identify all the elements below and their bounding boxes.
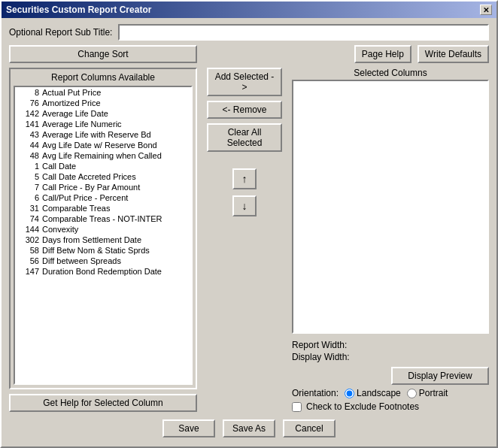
list-item[interactable]: 76Amortized Price <box>15 98 191 108</box>
help-btn-row: Get Help for Selected Column <box>9 394 197 412</box>
list-item[interactable]: 1Call Date <box>15 161 191 171</box>
right-panel: Page Help Write Defaults Selected Column… <box>292 45 489 412</box>
list-item[interactable]: 7Call Price - By Par Amount <box>15 182 191 192</box>
footnotes-row: Check to Exclude Footnotes <box>292 401 489 412</box>
move-up-button[interactable]: ↑ <box>232 168 257 189</box>
list-item[interactable]: 44Avg Life Date w/ Reserve Bond <box>15 140 191 150</box>
columns-available-group: Report Columns Available 8Actual Put Pri… <box>9 68 197 389</box>
move-down-button[interactable]: ↓ <box>232 195 257 216</box>
list-item[interactable]: 58Diff Betw Nom & Static Sprds <box>15 245 191 256</box>
subtitle-row: Optional Report Sub Title: <box>9 24 489 41</box>
columns-available-title: Report Columns Available <box>14 72 193 83</box>
main-area: Change Sort Report Columns Available 8Ac… <box>9 45 489 412</box>
columns-available-listbox[interactable]: 8Actual Put Price76Amortized Price142Ave… <box>14 86 193 385</box>
left-panel: Change Sort Report Columns Available 8Ac… <box>9 45 197 412</box>
report-width-row: Report Width: <box>292 340 489 350</box>
subtitle-label: Optional Report Sub Title: <box>9 27 112 38</box>
selected-columns-listbox[interactable] <box>292 80 489 334</box>
landscape-option[interactable]: Landscape <box>345 388 401 398</box>
list-item[interactable]: 31Comparable Treas <box>15 203 191 213</box>
cancel-button[interactable]: Cancel <box>283 419 336 437</box>
list-item[interactable]: 141Average Life Numeric <box>15 119 191 129</box>
display-width-row: Display Width: <box>292 352 489 362</box>
clear-all-selected-button[interactable]: Clear All Selected <box>207 123 282 152</box>
page-help-button[interactable]: Page Help <box>354 45 411 63</box>
content-area: Optional Report Sub Title: Change Sort R… <box>2 18 496 446</box>
get-help-button[interactable]: Get Help for Selected Column <box>9 394 197 412</box>
orientation-label: Orientation: <box>292 388 339 398</box>
close-button[interactable]: ✕ <box>480 5 492 15</box>
remove-button[interactable]: <- Remove <box>207 101 282 119</box>
list-item[interactable]: 48Avg Life Remaining when Called <box>15 150 191 161</box>
list-item[interactable]: 144Convexity <box>15 224 191 235</box>
exclude-footnotes-checkbox[interactable] <box>292 402 302 412</box>
landscape-label: Landscape <box>357 388 401 398</box>
orientation-row: Orientation: Landscape Portrait <box>292 388 489 398</box>
list-item[interactable]: 74Comparable Treas - NOT-INTER <box>15 213 191 224</box>
title-bar: Securities Custom Report Creator ✕ <box>2 2 496 18</box>
portrait-label: Portrait <box>419 388 448 398</box>
selected-columns-area: Selected Columns <box>292 68 489 334</box>
top-right-row: Page Help Write Defaults <box>292 45 489 63</box>
display-width-label: Display Width: <box>292 352 350 362</box>
report-width-label: Report Width: <box>292 340 347 350</box>
change-sort-button[interactable]: Change Sort <box>9 45 197 63</box>
selected-columns-label: Selected Columns <box>292 68 489 78</box>
save-as-button[interactable]: Save As <box>223 419 275 437</box>
display-preview-button[interactable]: Display Preview <box>391 367 489 385</box>
list-item[interactable]: 8Actual Put Price <box>15 87 191 98</box>
add-selected-button[interactable]: Add Selected -> <box>207 68 282 96</box>
save-button[interactable]: Save <box>162 419 215 437</box>
list-item[interactable]: 147Duration Bond Redemption Date <box>15 266 191 277</box>
list-item[interactable]: 6Call/Put Price - Percent <box>15 192 191 203</box>
list-item[interactable]: 5Call Date Accreted Prices <box>15 171 191 182</box>
window-title: Securities Custom Report Creator <box>6 5 151 15</box>
middle-panel: Add Selected -> <- Remove Clear All Sele… <box>203 45 286 412</box>
landscape-radio[interactable] <box>345 389 354 398</box>
list-item[interactable]: 302Days from Settlement Date <box>15 235 191 245</box>
portrait-option[interactable]: Portrait <box>407 388 448 398</box>
write-defaults-button[interactable]: Write Defaults <box>418 45 489 63</box>
portrait-radio[interactable] <box>407 389 417 398</box>
list-item[interactable]: 142Average Life Date <box>15 108 191 119</box>
report-info: Report Width: Display Width: Display Pre… <box>292 340 489 412</box>
footnotes-label: Check to Exclude Footnotes <box>306 401 419 412</box>
list-item[interactable]: 43Average Life with Reserve Bd <box>15 129 191 140</box>
subtitle-input[interactable] <box>118 24 489 41</box>
main-window: Securities Custom Report Creator ✕ Optio… <box>0 0 498 448</box>
list-item[interactable]: 56Diff between Spreads <box>15 256 191 266</box>
bottom-buttons: Save Save As Cancel <box>9 419 489 440</box>
